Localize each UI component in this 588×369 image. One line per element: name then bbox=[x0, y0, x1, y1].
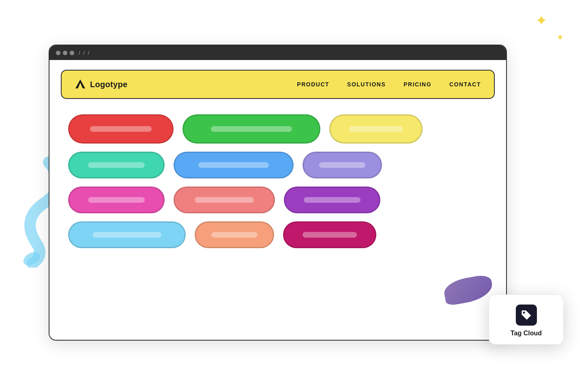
logo-icon bbox=[75, 79, 86, 90]
tag-pill-teal[interactable] bbox=[68, 152, 165, 178]
tag-inner-teal bbox=[88, 162, 144, 168]
tag-icon bbox=[520, 309, 532, 321]
browser-chrome-bar: / / / bbox=[49, 45, 506, 60]
tag-pill-yellow[interactable] bbox=[329, 114, 423, 144]
tag-inner-magenta bbox=[303, 232, 357, 238]
tag-inner-lavender bbox=[319, 162, 365, 168]
browser-dot-1 bbox=[56, 51, 60, 55]
slash-marks: / / / bbox=[79, 50, 90, 56]
tag-pill-pink[interactable] bbox=[68, 187, 165, 213]
tag-cloud-area bbox=[61, 114, 495, 248]
nav-product[interactable]: PRODUCT bbox=[297, 81, 329, 88]
tag-inner-sky bbox=[92, 232, 161, 238]
navbar: Logotype PRODUCT SOLUTIONS PRICING CONTA… bbox=[61, 70, 495, 99]
tag-inner-peach bbox=[211, 232, 258, 238]
browser-dot-2 bbox=[63, 51, 67, 55]
tag-icon-background bbox=[516, 305, 537, 326]
logo-text: Logotype bbox=[90, 80, 127, 89]
tag-row-1 bbox=[68, 114, 487, 144]
star-large-icon: ✦ bbox=[535, 12, 547, 29]
browser-dots bbox=[56, 51, 74, 55]
tag-row-2 bbox=[68, 152, 487, 178]
tag-pill-green[interactable] bbox=[182, 114, 320, 144]
logo-area: Logotype bbox=[75, 79, 127, 90]
tag-pill-sky[interactable] bbox=[68, 221, 186, 248]
browser-dot-3 bbox=[70, 51, 74, 55]
browser-content: Logotype PRODUCT SOLUTIONS PRICING CONTA… bbox=[49, 60, 506, 340]
tag-pill-purple[interactable] bbox=[284, 187, 380, 213]
tag-cloud-card: Tag Cloud bbox=[489, 294, 564, 345]
tag-pill-peach[interactable] bbox=[195, 221, 274, 248]
tag-pill-salmon[interactable] bbox=[174, 187, 275, 213]
tag-pill-magenta[interactable] bbox=[283, 221, 376, 248]
tag-row-4 bbox=[68, 221, 487, 248]
tag-inner-green bbox=[211, 126, 292, 132]
tag-inner-yellow bbox=[349, 126, 403, 132]
tag-inner-pink bbox=[88, 197, 144, 203]
browser-window: / / / Logotype PRODUCT SOLUTIONS PRICING… bbox=[49, 45, 507, 341]
star-small-icon: ✦ bbox=[556, 32, 564, 43]
tag-inner-red bbox=[90, 126, 152, 132]
svg-point-3 bbox=[523, 312, 525, 314]
nav-pricing[interactable]: PRICING bbox=[403, 81, 431, 88]
nav-contact[interactable]: CONTACT bbox=[449, 81, 481, 88]
tag-pill-lavender[interactable] bbox=[303, 152, 382, 178]
tag-cloud-label: Tag Cloud bbox=[511, 330, 542, 337]
tag-inner-blue bbox=[198, 162, 269, 168]
tag-pill-red[interactable] bbox=[68, 114, 174, 144]
tag-pill-blue[interactable] bbox=[174, 152, 294, 178]
nav-solutions[interactable]: SOLUTIONS bbox=[347, 81, 386, 88]
tag-row-3 bbox=[68, 187, 487, 213]
tag-inner-purple bbox=[304, 197, 360, 203]
nav-links: PRODUCT SOLUTIONS PRICING CONTACT bbox=[297, 81, 481, 88]
tag-inner-salmon bbox=[195, 197, 254, 203]
